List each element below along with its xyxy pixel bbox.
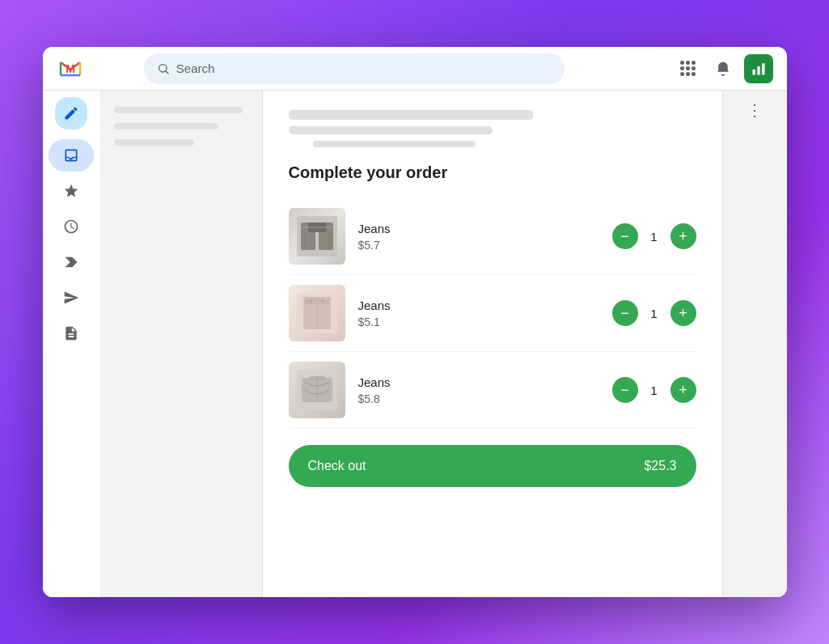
svg-point-18 [310, 299, 313, 303]
checkout-label: Check out [308, 459, 366, 473]
plus-icon-1: + [679, 229, 687, 244]
more-options-button[interactable]: ⋮ [747, 100, 763, 120]
star-icon [63, 183, 79, 199]
minus-icon-3: − [620, 383, 629, 397]
top-bar-right [673, 54, 773, 83]
clock-icon [63, 218, 79, 235]
minus-icon-2: − [620, 306, 629, 320]
email-content: Complete your order [263, 91, 722, 597]
increase-qty-2[interactable]: + [670, 300, 696, 326]
top-bar: M Search [43, 47, 787, 91]
item-name-3: Jeans [358, 375, 599, 389]
email-list-panel [101, 91, 263, 597]
jeans-svg-2 [297, 293, 337, 333]
chart-icon [751, 61, 767, 77]
item-image-1 [289, 208, 345, 265]
item-price-3: $5.8 [358, 392, 599, 405]
browser-window: M Search [43, 47, 787, 597]
search-bar[interactable]: Search [144, 53, 565, 84]
email-detail-panel: Complete your order [263, 91, 722, 597]
svg-rect-4 [758, 66, 760, 74]
sidebar-item-drafts[interactable] [49, 317, 94, 350]
decrease-qty-1[interactable]: − [612, 223, 638, 249]
skeleton-line-1 [114, 107, 243, 113]
increase-qty-1[interactable]: + [670, 223, 696, 249]
compose-button[interactable] [55, 97, 87, 129]
order-item-3: Jeans $5.8 − 1 + [289, 352, 696, 429]
item-info-3: Jeans $5.8 [358, 375, 599, 405]
search-icon [157, 62, 170, 75]
item-image-2 [289, 285, 345, 341]
item-image-3 [289, 362, 345, 418]
sidebar-item-important[interactable] [49, 246, 94, 278]
svg-text:M: M [66, 62, 75, 75]
item-info-1: Jeans $5.7 [358, 222, 599, 252]
qty-value-1: 1 [648, 230, 661, 244]
skeleton-line-3 [114, 139, 195, 146]
gmail-logo: M [56, 54, 85, 83]
checkout-bar[interactable]: Check out $25.3 [289, 445, 696, 487]
decrease-qty-2[interactable]: − [612, 300, 638, 326]
minus-icon-1: − [620, 229, 629, 244]
svg-point-19 [321, 299, 324, 303]
skeleton-header-1 [289, 110, 533, 120]
skeleton-line-2 [114, 123, 218, 129]
quantity-control-2: − 1 + [612, 300, 696, 326]
decrease-qty-3[interactable]: − [612, 377, 638, 403]
label-important-icon [63, 254, 79, 270]
sidebar-item-snoozed[interactable] [49, 210, 94, 243]
item-info-2: Jeans $5.1 [358, 299, 599, 328]
item-price-2: $5.1 [358, 316, 599, 328]
jeans-svg-3 [297, 370, 337, 410]
content-area: Complete your order [101, 91, 787, 597]
sidebar-item-starred[interactable] [49, 175, 94, 207]
app-icon-button[interactable] [744, 54, 773, 83]
item-name-1: Jeans [358, 222, 599, 235]
quantity-control-3: − 1 + [612, 377, 696, 403]
plus-icon-2: + [679, 306, 687, 320]
draft-icon [63, 325, 79, 341]
skeleton-header-2 [289, 126, 493, 134]
svg-rect-5 [763, 63, 765, 74]
increase-qty-3[interactable]: + [670, 377, 696, 403]
skeleton-header-3 [313, 141, 476, 147]
checkout-total: $25.3 [644, 459, 676, 473]
email-header-skeletons [289, 110, 696, 147]
jeans-svg-1 [297, 216, 337, 256]
send-icon [63, 290, 79, 306]
sidebar [43, 91, 101, 597]
waffle-button[interactable] [673, 54, 702, 83]
item-name-2: Jeans [358, 299, 599, 312]
sidebar-item-sent[interactable] [49, 282, 94, 314]
bell-icon [715, 61, 731, 77]
qty-value-2: 1 [648, 307, 661, 320]
order-item-1: Jeans $5.7 − 1 + [289, 198, 696, 275]
quantity-control-1: − 1 + [612, 223, 696, 249]
plus-icon-3: + [679, 383, 687, 397]
svg-rect-3 [753, 69, 755, 74]
order-item-2: Jeans $5.1 − 1 + [289, 275, 696, 352]
sidebar-item-inbox[interactable] [49, 139, 94, 172]
main-area: Complete your order [43, 91, 787, 597]
compose-icon [63, 105, 79, 121]
search-label: Search [176, 61, 215, 75]
qty-value-3: 1 [648, 383, 661, 397]
notifications-button[interactable] [708, 54, 738, 83]
inbox-icon [63, 147, 79, 163]
right-panel: ⋮ [722, 91, 787, 597]
waffle-icon [680, 61, 696, 76]
order-title: Complete your order [289, 163, 696, 182]
item-price-1: $5.7 [358, 239, 599, 252]
